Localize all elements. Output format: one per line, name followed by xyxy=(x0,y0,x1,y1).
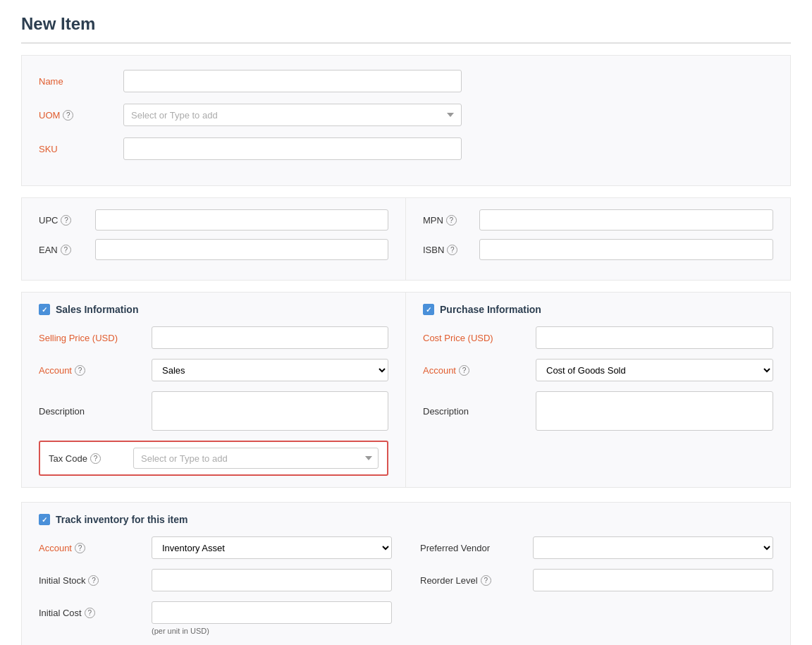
inventory-section-header: ✓ Track inventory for this item xyxy=(39,514,773,525)
top-fields-section: Name UOM ? Select or Type to add SKU xyxy=(21,55,791,186)
sales-col: ✓ Sales Information Selling Price (USD) … xyxy=(22,293,406,487)
isbn-row: ISBN ? xyxy=(423,239,773,260)
tax-code-wrapper: Tax Code ? Select or Type to add xyxy=(39,441,388,476)
cost-price-label: Cost Price (USD) xyxy=(423,333,536,343)
sales-section-header: ✓ Sales Information xyxy=(39,304,388,315)
sales-account-row: Account ? Sales xyxy=(39,359,388,381)
purchase-account-select[interactable]: Cost of Goods Sold xyxy=(536,359,773,381)
sales-description-row: Description xyxy=(39,391,388,431)
selling-price-label: Selling Price (USD) xyxy=(39,333,152,343)
mpn-row: MPN ? xyxy=(423,209,773,231)
upc-help-icon[interactable]: ? xyxy=(61,215,71,226)
purchase-description-textarea[interactable] xyxy=(536,391,773,431)
purchase-description-label: Description xyxy=(423,406,536,417)
name-row: Name xyxy=(39,70,773,92)
inventory-left-col: Account ? Inventory Asset Initial Stock … xyxy=(39,536,392,642)
purchase-account-label: Account ? xyxy=(423,365,536,376)
initial-stock-input[interactable] xyxy=(152,569,392,591)
preferred-vendor-select[interactable] xyxy=(533,536,773,559)
inventory-account-row: Account ? Inventory Asset xyxy=(39,536,392,559)
initial-cost-help-icon[interactable]: ? xyxy=(85,608,95,618)
purchase-checkbox[interactable]: ✓ xyxy=(423,304,434,315)
initial-stock-label: Initial Stock ? xyxy=(39,575,152,586)
sales-description-label: Description xyxy=(39,406,152,417)
purchase-account-row: Account ? Cost of Goods Sold xyxy=(423,359,773,381)
tax-code-help-icon[interactable]: ? xyxy=(90,453,101,464)
ean-input[interactable] xyxy=(95,239,388,260)
mpn-help-icon[interactable]: ? xyxy=(446,215,457,226)
sku-input[interactable] xyxy=(123,137,462,160)
identifier-right-col: MPN ? ISBN ? xyxy=(406,198,790,280)
purchase-description-row: Description xyxy=(423,391,773,431)
sales-description-textarea[interactable] xyxy=(152,391,388,431)
page-container: New Item Name UOM ? Select or Type to ad… xyxy=(0,0,812,645)
preferred-vendor-row: Preferred Vendor xyxy=(420,536,773,559)
selling-price-row: Selling Price (USD) xyxy=(39,326,388,349)
sales-account-select[interactable]: Sales xyxy=(152,359,388,381)
isbn-label: ISBN ? xyxy=(423,245,479,255)
initial-cost-row: Initial Cost ? xyxy=(39,601,392,624)
cost-price-row: Cost Price (USD) xyxy=(423,326,773,349)
name-label: Name xyxy=(39,76,123,87)
sales-account-help-icon[interactable]: ? xyxy=(75,365,85,376)
identifier-grid: UPC ? EAN ? MPN ? xyxy=(22,198,790,280)
isbn-help-icon[interactable]: ? xyxy=(447,245,457,255)
initial-stock-row: Initial Stock ? xyxy=(39,569,392,591)
identifier-section: UPC ? EAN ? MPN ? xyxy=(21,197,791,281)
ean-help-icon[interactable]: ? xyxy=(61,245,71,255)
tax-code-select[interactable]: Select or Type to add xyxy=(133,448,379,469)
inventory-checkbox[interactable]: ✓ xyxy=(39,514,50,525)
isbn-input[interactable] xyxy=(479,239,773,260)
upc-label: UPC ? xyxy=(39,215,95,226)
reorder-level-label: Reorder Level ? xyxy=(420,575,533,586)
tax-code-label: Tax Code ? xyxy=(49,453,133,464)
initial-cost-label: Initial Cost ? xyxy=(39,608,152,618)
preferred-vendor-label: Preferred Vendor xyxy=(420,543,533,553)
purchase-section-header: ✓ Purchase Information xyxy=(423,304,773,315)
sku-label: SKU xyxy=(39,144,123,154)
mpn-label: MPN ? xyxy=(423,215,479,226)
sp-grid: ✓ Sales Information Selling Price (USD) … xyxy=(22,293,790,487)
initial-stock-help-icon[interactable]: ? xyxy=(88,575,99,586)
reorder-level-row: Reorder Level ? xyxy=(420,569,773,591)
reorder-level-help-icon[interactable]: ? xyxy=(481,575,491,586)
upc-input[interactable] xyxy=(95,209,388,231)
ean-label: EAN ? xyxy=(39,245,95,255)
sales-checkbox[interactable]: ✓ xyxy=(39,304,50,315)
upc-row: UPC ? xyxy=(39,209,388,231)
inventory-account-help-icon[interactable]: ? xyxy=(75,543,85,553)
purchase-col: ✓ Purchase Information Cost Price (USD) … xyxy=(406,293,790,487)
uom-label: UOM ? xyxy=(39,110,123,121)
cost-price-input[interactable] xyxy=(536,326,773,349)
identifier-left-col: UPC ? EAN ? xyxy=(22,198,406,280)
selling-price-input[interactable] xyxy=(152,326,388,349)
inventory-right-col: Preferred Vendor Reorder Level ? xyxy=(420,536,773,642)
sku-row: SKU xyxy=(39,137,773,160)
initial-cost-sublabel: (per unit in USD) xyxy=(152,627,392,635)
sales-purchase-section: ✓ Sales Information Selling Price (USD) … xyxy=(21,292,791,488)
purchase-account-help-icon[interactable]: ? xyxy=(459,365,469,376)
ean-row: EAN ? xyxy=(39,239,388,260)
reorder-level-input[interactable] xyxy=(533,569,773,591)
inventory-account-select[interactable]: Inventory Asset xyxy=(152,536,392,559)
tax-code-container: Tax Code ? Select or Type to add xyxy=(39,441,388,476)
sales-account-label: Account ? xyxy=(39,365,152,376)
uom-select[interactable]: Select or Type to add xyxy=(123,104,462,126)
inventory-grid: Account ? Inventory Asset Initial Stock … xyxy=(39,536,773,642)
inventory-section: ✓ Track inventory for this item Account … xyxy=(21,502,791,645)
page-title: New Item xyxy=(21,14,791,44)
name-input[interactable] xyxy=(123,70,462,92)
mpn-input[interactable] xyxy=(479,209,773,231)
initial-cost-input[interactable] xyxy=(152,601,392,624)
uom-help-icon[interactable]: ? xyxy=(63,110,73,121)
inventory-account-label: Account ? xyxy=(39,543,152,553)
uom-row: UOM ? Select or Type to add xyxy=(39,104,773,126)
